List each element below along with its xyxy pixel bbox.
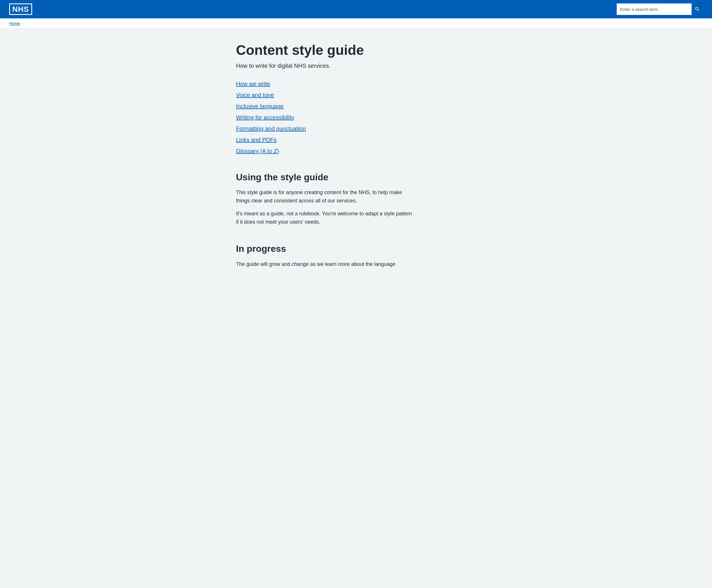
- using-style-guide-paragraph-1: This style guide is for anyone creating …: [236, 188, 414, 205]
- breadcrumb-separator: ›: [22, 22, 23, 25]
- breadcrumb-bar: Home ›: [0, 18, 712, 29]
- nav-link-writing-for-accessibility[interactable]: Writing for accessibility: [236, 114, 294, 121]
- using-style-guide-title: Using the style guide: [236, 172, 476, 183]
- in-progress-paragraph-1: The guide will grow and change as we lea…: [236, 260, 414, 269]
- nav-link-formatting-and-punctuation[interactable]: Formatting and punctuation: [236, 125, 306, 132]
- search-icon: [694, 6, 700, 12]
- search-button[interactable]: [691, 3, 703, 15]
- search-input[interactable]: [617, 3, 691, 15]
- page-subtitle: How to write for digital NHS services.: [236, 63, 476, 69]
- site-header: NHS: [0, 0, 712, 18]
- nav-link-how-we-write[interactable]: How we write: [236, 81, 270, 87]
- page-title: Content style guide: [236, 43, 476, 58]
- search-container: [617, 3, 703, 15]
- nav-link-voice-and-tone[interactable]: Voice and tone: [236, 92, 274, 99]
- nhs-logo-text: NHS: [12, 5, 29, 13]
- using-style-guide-paragraph-2: It's meant as a guide, not a rulebook. Y…: [236, 210, 414, 226]
- nav-link-inclusive-language[interactable]: Inclusive language: [236, 103, 284, 110]
- nav-link-glossary[interactable]: Glossary (A to Z): [236, 148, 279, 154]
- main-content: Content style guide How to write for dig…: [227, 29, 485, 299]
- in-progress-title: In progress: [236, 243, 476, 254]
- nav-link-links-and-pdfs[interactable]: Links and PDFs: [236, 136, 276, 143]
- nhs-logo-link[interactable]: NHS: [9, 3, 32, 15]
- section-nav: How we write Voice and tone Inclusive la…: [236, 81, 476, 154]
- using-style-guide-section: Using the style guide This style guide i…: [236, 172, 476, 226]
- breadcrumb-home-link[interactable]: Home: [9, 21, 20, 26]
- nhs-logo-box: NHS: [9, 3, 32, 15]
- breadcrumb: Home ›: [9, 21, 703, 26]
- in-progress-section: In progress The guide will grow and chan…: [236, 243, 476, 268]
